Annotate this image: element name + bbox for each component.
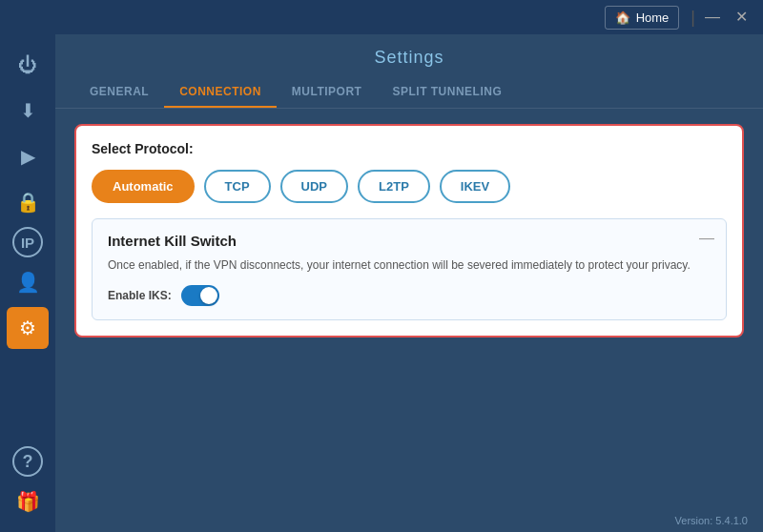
sidebar-item-ip[interactable]: IP xyxy=(12,227,43,257)
title-bar: 🏠 Home | — ✕ xyxy=(0,0,763,34)
download-icon: ⬇ xyxy=(20,99,36,122)
kill-switch-title: Internet Kill Switch xyxy=(108,233,711,249)
protocol-l2tp-button[interactable]: L2TP xyxy=(358,170,430,203)
close-button[interactable]: ✕ xyxy=(728,8,755,27)
play-icon: ▶ xyxy=(21,145,35,168)
sidebar-item-play[interactable]: ▶ xyxy=(7,135,49,177)
enable-iks-label: Enable IKS: xyxy=(108,289,172,302)
ip-icon: IP xyxy=(21,235,34,251)
protocol-ikev-button[interactable]: IKEV xyxy=(440,170,510,203)
settings-panel: Select Protocol: Automatic TCP UDP L2TP … xyxy=(55,109,763,511)
settings-title: Settings xyxy=(55,34,763,77)
minimize-button[interactable]: — xyxy=(697,8,728,27)
home-button[interactable]: 🏠 Home xyxy=(605,6,680,30)
kill-switch-row: Enable IKS: xyxy=(108,285,711,306)
power-icon: ⏻ xyxy=(18,54,37,76)
kill-switch-minimize-button[interactable]: — xyxy=(699,231,714,246)
protocol-automatic-button[interactable]: Automatic xyxy=(92,170,195,203)
sidebar-item-user[interactable]: 👤 xyxy=(7,261,49,303)
kill-switch-card: Internet Kill Switch Once enabled, if th… xyxy=(92,218,727,320)
protocol-buttons: Automatic TCP UDP L2TP IKEV xyxy=(92,170,727,203)
help-icon: ? xyxy=(23,452,33,472)
user-icon: 👤 xyxy=(16,271,40,294)
enable-iks-toggle[interactable] xyxy=(181,285,219,306)
gift-icon: 🎁 xyxy=(16,490,40,513)
sidebar-item-gift[interactable]: 🎁 xyxy=(7,481,49,522)
connection-section: Select Protocol: Automatic TCP UDP L2TP … xyxy=(74,124,744,338)
title-bar-separator: | xyxy=(691,8,695,28)
tab-general[interactable]: GENERAL xyxy=(74,77,164,108)
tab-split-tunneling[interactable]: SPLIT TUNNELING xyxy=(377,77,517,108)
tab-multiport[interactable]: MULTIPORT xyxy=(277,77,378,108)
home-icon: 🏠 xyxy=(615,10,630,25)
sidebar: ⏻ ⬇ ▶ 🔒 IP 👤 ⚙ ? 🎁 xyxy=(0,34,55,532)
tab-connection[interactable]: CONNECTION xyxy=(164,77,277,108)
protocol-udp-button[interactable]: UDP xyxy=(280,170,348,203)
protocol-tcp-button[interactable]: TCP xyxy=(204,170,271,203)
sidebar-item-download[interactable]: ⬇ xyxy=(7,90,49,132)
select-protocol-label: Select Protocol: xyxy=(92,141,727,156)
sidebar-item-settings[interactable]: ⚙ xyxy=(7,307,49,349)
sidebar-item-help[interactable]: ? xyxy=(12,446,43,477)
lock-icon: 🔒 xyxy=(16,191,40,214)
sidebar-item-power[interactable]: ⏻ xyxy=(7,44,49,86)
version-bar: Version: 5.4.1.0 xyxy=(55,511,763,532)
settings-icon: ⚙ xyxy=(19,317,36,339)
home-label: Home xyxy=(636,10,670,25)
kill-switch-description: Once enabled, if the VPN disconnects, yo… xyxy=(108,256,711,274)
toggle-thumb xyxy=(200,287,217,304)
main-layout: ⏻ ⬇ ▶ 🔒 IP 👤 ⚙ ? 🎁 Settings xyxy=(0,34,763,532)
tabs-bar: GENERAL CONNECTION MULTIPORT SPLIT TUNNE… xyxy=(55,77,763,109)
sidebar-item-lock[interactable]: 🔒 xyxy=(7,181,49,223)
content-area: Settings GENERAL CONNECTION MULTIPORT SP… xyxy=(55,34,763,532)
version-label: Version: 5.4.1.0 xyxy=(675,515,748,526)
